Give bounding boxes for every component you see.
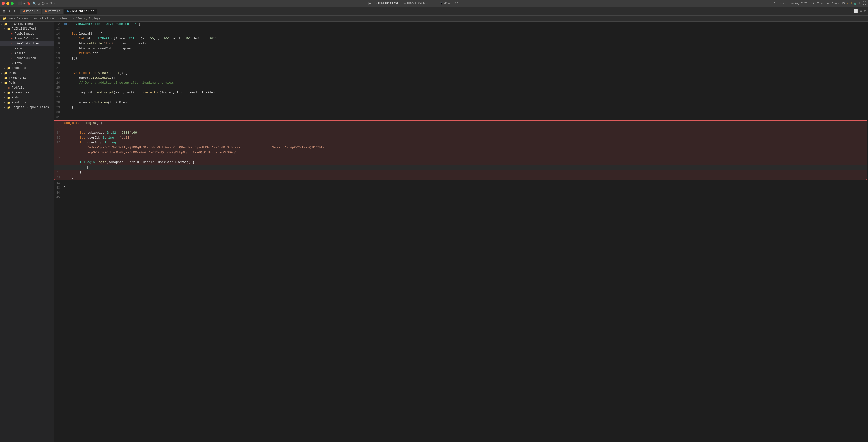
bookmark-icon[interactable]: 🔖 [27, 1, 31, 6]
line-num-25: 25 [54, 85, 64, 90]
line-num-30: 30 [54, 110, 64, 115]
viewcontroller-label: ViewController [70, 9, 94, 13]
podfile2-dot [45, 10, 47, 12]
line-content-15[interactable]: let btn = UIButton(frame: CGRect(x: 100,… [64, 36, 868, 41]
search-icon[interactable]: 🔍 [32, 1, 36, 6]
line-content-39[interactable] [64, 165, 867, 170]
line-num-22: 22 [54, 71, 64, 75]
breadcrumb-part4[interactable]: login() [89, 17, 100, 20]
line-content-26[interactable]: loginBtn.addTarget(self, action: #select… [64, 90, 868, 95]
sidebar-item-pods-top[interactable]: ▸ 📁 Pods [0, 71, 54, 75]
folder-icon: 📁 [4, 22, 8, 26]
sidebar-item-root[interactable]: ▾ 📁 TUICallKitTest [0, 22, 54, 27]
breadcrumb-part3[interactable]: ViewController [60, 17, 83, 20]
run-icon[interactable]: ▶ [369, 1, 371, 6]
sidebar-label-podfile: Podfile [12, 86, 24, 90]
sidebar-item-tuicallkitTest[interactable]: ▾ 📁 TUICallKitTest [0, 27, 54, 31]
forward-button[interactable]: › [12, 9, 17, 14]
line-content-34[interactable]: let sdkappid: Int32 = 20004169 [64, 130, 867, 135]
line-content-17[interactable]: btn.backgroundColor = .gray [64, 46, 868, 51]
line-content-35[interactable]: let userId: String = "call" [64, 135, 867, 140]
function-icon: ƒ [86, 17, 88, 20]
sidebar-item-products2[interactable]: ▸ 📁 Products [0, 100, 54, 105]
sidebar-item-assets[interactable]: ✗ Assets [0, 51, 54, 56]
line-content-23[interactable]: super.viewDidLoad() [64, 75, 868, 81]
tab-iphone15[interactable]: 📱 iPhone 15 [437, 1, 461, 5]
split-icon[interactable]: ⬜ [854, 9, 858, 13]
sidebar-item-scenedelegate[interactable]: ✕ SceneDelegate [0, 36, 54, 41]
fullscreen-icon[interactable]: ⛶ [863, 1, 866, 5]
tab-tuicallkittest[interactable]: ◉ TUICallKitTest › [402, 1, 434, 5]
line-content-12[interactable]: class ViewController: UIViewController { [64, 22, 868, 27]
sidebar-item-frameworks-top[interactable]: ▸ 📁 Frameworks [0, 75, 54, 81]
sidebar: ▾ 📁 TUICallKitTest ▾ 📁 TUICallKitTest ✕ … [0, 22, 54, 442]
sidebar-item-pods2[interactable]: ▾ 📁 Pods [0, 81, 54, 85]
line-content-36[interactable]: let userSig: String = [64, 140, 867, 145]
grid-icon[interactable]: ⊞ [23, 1, 25, 6]
line-content-43[interactable]: } [64, 185, 868, 190]
add-tab-icon[interactable]: + [858, 1, 861, 6]
editor[interactable]: 12 class ViewController: UIViewControlle… [54, 22, 868, 442]
code-line-15: 15 let btn = UIButton(frame: CGRect(x: 1… [54, 36, 868, 41]
breadcrumb-part1[interactable]: TUICallKitTest [7, 17, 30, 20]
code-line-42: 42 [54, 181, 868, 185]
swift-icon-appdelegate: ✕ [10, 32, 14, 36]
share-icon[interactable]: ↗ [54, 1, 56, 6]
arrow-targetssupport: ▸ [4, 106, 7, 109]
sidebar-item-appdelegate[interactable]: ✕ AppDelegate [0, 31, 54, 36]
code-line-13: 13 [54, 27, 868, 31]
line-content-22[interactable]: override func viewDidLoad() { [64, 71, 868, 75]
line-content-41[interactable]: } [64, 175, 867, 180]
line-content-38[interactable]: TUILogin.login(sdkappid, userID: userId,… [64, 160, 867, 165]
tab-podfile1[interactable]: Podfile [20, 9, 41, 14]
line-content-40[interactable]: } [64, 170, 867, 175]
close-button[interactable] [2, 2, 5, 5]
sidebar-item-products-main[interactable]: ▸ 📁 Products [0, 66, 54, 71]
copy-icon[interactable]: ⧉ [50, 1, 52, 6]
tab-label: TUICallKitTest [406, 2, 429, 5]
tab-podfile2[interactable]: Podfile [42, 9, 63, 14]
code-line-40: 40 } [55, 170, 867, 175]
layout-icon[interactable]: ≡ [860, 9, 862, 13]
line-content-36b[interactable]: FmpGZDjS0PCLLscQpMiyzMDc0MrvAwiU4NC3YydQ… [64, 150, 867, 155]
line-num-15: 15 [54, 36, 64, 41]
podfile2-label: Podfile [48, 9, 60, 13]
sidebar-item-pods3[interactable]: ▸ 📁 Pods [0, 95, 54, 100]
line-content-24[interactable]: // Do any additional setup after loading… [64, 81, 868, 85]
sidebar-item-info[interactable]: ⊞ Info [0, 61, 54, 66]
sidebar-item-main[interactable]: ✗ Main [0, 46, 54, 51]
breadcrumb-part2[interactable]: TUICallKitTest [34, 17, 56, 20]
line-content-19[interactable]: }() [64, 56, 868, 61]
tab-viewcontroller[interactable]: ViewController [64, 9, 97, 14]
sidebar-item-targetssupport[interactable]: ▸ 📁 Targets Support Files [0, 105, 54, 110]
code-line-31: 31 [54, 115, 868, 120]
back-button[interactable]: ‹ [7, 9, 12, 14]
warning-icon[interactable]: ⚠ [38, 1, 40, 6]
line-content-28[interactable]: view.addSubview(loginBtn) [64, 100, 868, 105]
line-content-16[interactable]: btn.setTitle("Login", for: .normal) [64, 41, 868, 46]
code-line-24: 24 // Do any additional setup after load… [54, 81, 868, 85]
sidebar-item-launchscreen[interactable]: ✗ LaunchScreen [0, 56, 54, 61]
grid2-icon[interactable]: ⊞ [2, 9, 6, 14]
minimize-button[interactable] [6, 2, 9, 5]
line-content-14[interactable]: let loginBtn = { [64, 31, 868, 36]
shield-icon[interactable]: ⬡ [42, 1, 45, 6]
sidebar-label-pods-top: Pods [9, 71, 16, 75]
sidebar-item-frameworks2[interactable]: ▸ 📁 Frameworks [0, 90, 54, 95]
line-content-29[interactable]: } [64, 105, 868, 110]
podfile-icon: ◉ [7, 86, 11, 90]
code-area: 12 class ViewController: UIViewControlle… [54, 22, 868, 200]
sidebar-item-podfile[interactable]: ◉ Podfile [0, 85, 54, 90]
maximize-button[interactable] [11, 2, 14, 5]
line-content-36a[interactable]: "eJyrVgrxCdYrSy1SslIy0jNQ0gHzM1NS80oy0zL… [64, 145, 867, 150]
line-content-18[interactable]: return btn [64, 51, 868, 56]
title-bar: ⬛ ⊞ 🔖 🔍 ⚠ ⬡ ✎ ⧉ ↗ ▶ TUICallKitTest ◉ TUI… [0, 0, 868, 7]
pencil-icon[interactable]: ✎ [46, 1, 48, 6]
sidebar-item-viewcontroller[interactable]: ✕ ViewController [0, 41, 54, 46]
sidebar-icon[interactable]: ⬛ [18, 1, 22, 6]
settings-icon[interactable]: ⚙ [864, 9, 866, 13]
sidebar-label-frameworks-top: Frameworks [9, 76, 27, 80]
line-content-32[interactable]: @objc func login() { [64, 121, 867, 126]
breadcrumb: 📁 TUICallKitTest › TUICallKitTest › View… [0, 16, 868, 22]
launchscreen-icon: ✗ [10, 56, 14, 60]
